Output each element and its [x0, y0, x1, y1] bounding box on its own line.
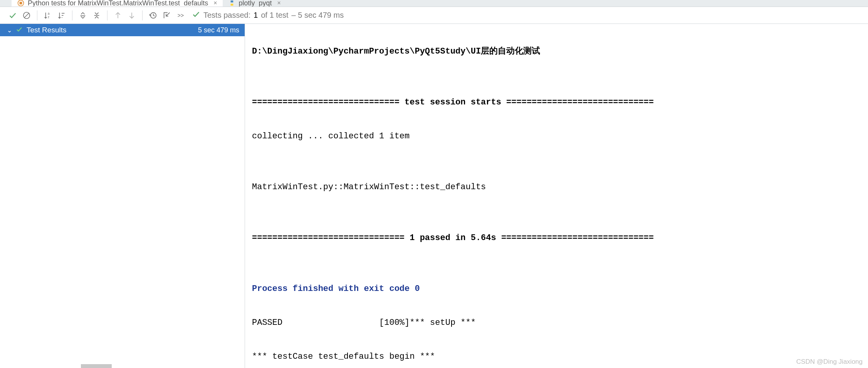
- separator: [72, 10, 72, 20]
- test-results-root[interactable]: ⌄ Test Results 5 sec 479 ms: [0, 24, 245, 36]
- close-icon[interactable]: ×: [277, 0, 281, 7]
- collapse-all-icon[interactable]: [91, 10, 102, 21]
- status-time: – 5 sec 479 ms: [292, 11, 344, 20]
- tab-python-file[interactable]: plotly_pyqt ×: [223, 0, 286, 7]
- main-area: ⌄ Test Results 5 sec 479 ms D:\DingJiaxi…: [0, 24, 868, 368]
- test-tree-panel: ⌄ Test Results 5 sec 479 ms: [0, 24, 245, 368]
- console-line: ============================== 1 passed …: [252, 230, 861, 247]
- console-exit-line: Process finished with exit code 0: [252, 281, 861, 297]
- separator: [107, 10, 107, 20]
- watermark: CSDN @Ding Jiaxiong: [796, 358, 863, 366]
- chevron-down-icon[interactable]: ⌄: [7, 27, 12, 34]
- status-passed-count: 1: [254, 11, 258, 20]
- test-results-duration: 5 sec 479 ms: [198, 26, 239, 34]
- status-prefix: Tests passed:: [203, 11, 250, 20]
- expand-all-icon[interactable]: [77, 10, 89, 21]
- test-results-label: Test Results: [27, 26, 66, 34]
- svg-text:z: z: [48, 15, 49, 19]
- test-status-summary: Tests passed: 1 of 1 test – 5 sec 479 ms: [192, 10, 344, 20]
- editor-tab-bar: Python tests for MatrixWinTest.MatrixWin…: [0, 0, 868, 7]
- svg-line-16: [166, 12, 170, 16]
- status-total: of 1 test: [261, 11, 288, 20]
- console-line: collecting ... collected 1 item: [252, 128, 861, 145]
- console-line: D:\DingJiaxiong\PycharmProjects\PyQt5Stu…: [252, 43, 861, 60]
- scrollbar-thumb[interactable]: [81, 364, 112, 368]
- python-file-icon: [228, 0, 236, 7]
- show-ignored-icon[interactable]: [21, 10, 32, 21]
- next-failed-icon[interactable]: [126, 10, 138, 21]
- svg-rect-1: [20, 2, 22, 5]
- separator: [37, 10, 37, 20]
- tab-label: plotly_pyqt: [239, 0, 272, 7]
- svg-text:a: a: [48, 12, 50, 15]
- check-icon: [16, 26, 23, 35]
- separator: [142, 10, 143, 20]
- import-results-icon[interactable]: [161, 10, 173, 21]
- console-line: PASSED [100%]*** setUp ***: [252, 314, 861, 331]
- console-output[interactable]: D:\DingJiaxiong\PycharmProjects\PyQt5Stu…: [245, 24, 868, 368]
- test-toolbar: az >> Tests passed: 1 of 1 test – 5 sec …: [0, 7, 868, 24]
- test-history-icon[interactable]: [147, 10, 159, 21]
- console-line: *** testCase test_defaults begin ***: [252, 348, 861, 365]
- console-line: MatrixWinTest.py::MatrixWinTest::test_de…: [252, 179, 861, 196]
- svg-line-3: [25, 13, 29, 17]
- close-icon[interactable]: ×: [213, 0, 217, 7]
- overflow-icon[interactable]: >>: [175, 10, 186, 21]
- sort-alphabetically-icon[interactable]: az: [42, 10, 54, 21]
- check-icon: [192, 10, 200, 20]
- sort-by-duration-icon[interactable]: [56, 10, 67, 21]
- previous-failed-icon[interactable]: [112, 10, 124, 21]
- tab-run-config[interactable]: Python tests for MatrixWinTest.MatrixWin…: [12, 0, 223, 7]
- show-passed-icon[interactable]: [7, 10, 18, 21]
- tab-label: Python tests for MatrixWinTest.MatrixWin…: [28, 0, 208, 7]
- run-config-icon: [17, 0, 25, 7]
- console-line: ============================= test sessi…: [252, 94, 861, 111]
